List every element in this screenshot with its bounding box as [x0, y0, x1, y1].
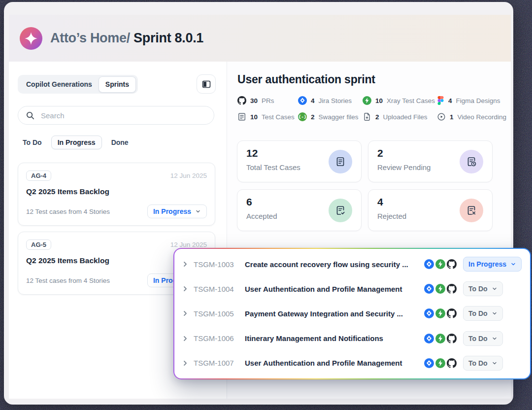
source-icons: [424, 284, 457, 294]
card-subtitle: 12 Test cases from 4 Stories: [26, 208, 110, 215]
tab-sprints[interactable]: Sprints: [99, 76, 136, 93]
github-icon: [447, 334, 457, 343]
source-icons: [424, 358, 457, 368]
jira-icon: [424, 308, 434, 318]
card-id-badge: AG-5: [26, 239, 51, 250]
sprint-title: Sprint 8.0.1: [130, 31, 203, 45]
xray-icon: [435, 284, 445, 294]
test-case-id: TSGM-1003: [194, 260, 239, 269]
stat-prs: 30 PRs: [237, 95, 298, 106]
jira-icon: [424, 284, 434, 294]
sprint-card[interactable]: AG-4 12 Jun 2025 Q2 2025 Items Backlog 1…: [18, 163, 215, 226]
github-icon: [237, 96, 246, 105]
panel-toggle-button[interactable]: [197, 74, 216, 94]
status-dropdown[interactable]: To Do: [463, 331, 503, 346]
xray-icon: [435, 308, 445, 318]
github-icon: [447, 358, 457, 368]
svg-text:{-}: {-}: [298, 114, 306, 119]
summary-cards: 12 Total Test Cases 2 Review Pending: [237, 140, 493, 231]
search-icon: [26, 111, 35, 120]
test-case-row[interactable]: TSGM-1006 Itinerary Management and Notif…: [174, 326, 530, 351]
xray-icon: [435, 358, 445, 368]
search-input[interactable]: [41, 111, 189, 120]
source-icons: [424, 334, 457, 343]
chevron-down-icon: [510, 261, 516, 267]
test-case-title: Itinerary Management and Notifications: [245, 334, 424, 342]
status-dropdown[interactable]: To Do: [463, 281, 503, 296]
chevron-down-icon: [492, 360, 498, 366]
github-icon: [447, 308, 457, 318]
stat-figma-designs: 4 Figma Designs: [437, 95, 506, 106]
github-icon: [447, 284, 457, 294]
status-dropdown[interactable]: To Do: [463, 356, 503, 371]
jira-icon: [424, 334, 434, 343]
chevron-right-icon[interactable]: [181, 309, 189, 317]
summary-card-total: 12 Total Test Cases: [237, 140, 362, 182]
source-icons: [424, 259, 457, 269]
github-icon: [447, 259, 457, 269]
test-case-row[interactable]: TSGM-1004 User Authentication and Profil…: [174, 276, 530, 301]
filter-in-progress[interactable]: In Progress: [51, 136, 102, 149]
stat-jira-stories: 4 Jira Stories: [298, 95, 363, 106]
test-case-title: Payment Gateway Integration and Security…: [245, 309, 424, 318]
card-status-dropdown[interactable]: In Progress: [147, 205, 207, 218]
layout-panel-icon: [201, 79, 211, 89]
upload-file-icon: [363, 112, 371, 121]
status-dropdown[interactable]: In Progress: [463, 257, 522, 272]
sprint-name: User authentication sprint: [237, 73, 375, 86]
chevron-down-icon: [492, 286, 498, 292]
sprint-stats: 30 PRs 4 Jira Stories: [237, 95, 506, 122]
test-case-row[interactable]: TSGM-1003 Create account recovery flow u…: [174, 252, 530, 276]
swagger-icon: {-}: [298, 112, 307, 121]
test-case-row[interactable]: TSGM-1005 Payment Gateway Integration an…: [174, 301, 530, 326]
test-case-title: User Authentication and Profile Manageme…: [245, 285, 424, 293]
card-date: 12 Jun 2025: [170, 241, 207, 248]
test-case-row[interactable]: TSGM-1007 User Authentication and Profil…: [174, 351, 530, 376]
page-title: Atto’s Home/ Sprint 8.0.1: [50, 31, 203, 46]
card-subtitle: 12 Test cases from 4 Stories: [26, 277, 110, 284]
test-case-title: Create account recovery flow using secur…: [245, 260, 424, 269]
summary-card-rejected: 4 Rejected: [368, 189, 493, 231]
test-case-id: TSGM-1005: [194, 309, 239, 318]
app-header: Atto’s Home/ Sprint 8.0.1: [9, 15, 511, 62]
document-icon: [335, 156, 346, 167]
summary-card-review-pending: 2 Review Pending: [368, 140, 493, 182]
stat-uploaded-files: 2 Uploaded Files: [363, 111, 437, 122]
card-id-badge: AG-4: [26, 171, 51, 181]
status-dropdown[interactable]: To Do: [463, 306, 503, 321]
test-cases-popup: TSGM-1003 Create account recovery flow u…: [173, 248, 531, 379]
document-x-icon: [466, 205, 477, 216]
chevron-down-icon: [195, 208, 201, 214]
jira-icon: [424, 358, 434, 368]
filter-done[interactable]: Done: [111, 138, 129, 146]
breadcrumb[interactable]: Atto’s Home/: [50, 31, 130, 45]
chevron-right-icon[interactable]: [181, 285, 189, 293]
xray-icon: [435, 334, 445, 343]
source-icons: [424, 308, 457, 318]
test-case-id: TSGM-1006: [194, 334, 239, 342]
stat-test-cases: 10 Test Cases: [237, 111, 298, 122]
video-icon: [437, 112, 446, 121]
stat-xray-test-cases: 10 Xray Test Cases: [363, 95, 437, 106]
test-case-id: TSGM-1004: [194, 285, 239, 293]
stat-swagger-files: {-} 2 Swagger files: [298, 111, 363, 122]
atto-logo: [20, 27, 42, 50]
chevron-down-icon: [492, 336, 498, 342]
sparkle-icon: [24, 32, 38, 45]
xray-icon: [363, 96, 371, 105]
document-check-icon: [335, 205, 346, 216]
chevron-down-icon: [492, 310, 498, 316]
chevron-right-icon[interactable]: [181, 335, 189, 342]
jira-icon: [424, 259, 434, 269]
chevron-right-icon[interactable]: [181, 260, 189, 268]
filter-todo[interactable]: To Do: [23, 138, 42, 146]
test-cases-icon: [237, 112, 246, 121]
status-filters: To Do In Progress Done: [23, 136, 129, 149]
test-case-id: TSGM-1007: [194, 359, 239, 367]
card-title: Q2 2025 Items Backlog: [26, 187, 207, 196]
view-switcher: Copilot Generations Sprints: [18, 75, 138, 94]
search-box[interactable]: [18, 106, 214, 125]
chevron-right-icon[interactable]: [181, 359, 189, 367]
card-date: 12 Jun 2025: [170, 172, 207, 179]
tab-copilot-generations[interactable]: Copilot Generations: [20, 77, 99, 92]
